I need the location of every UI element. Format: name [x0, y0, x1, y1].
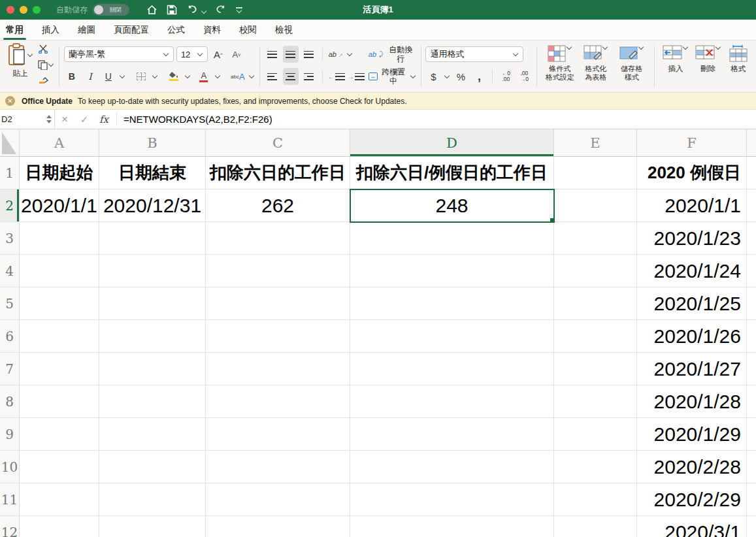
align-left-button[interactable] — [265, 68, 280, 85]
cell-E4[interactable] — [554, 255, 637, 287]
cell-B9[interactable] — [99, 418, 206, 451]
cell-B11[interactable] — [99, 483, 206, 516]
row-header-8[interactable]: 8 — [0, 385, 20, 418]
cell-B4[interactable] — [99, 255, 206, 287]
insert-cells-button[interactable]: 插入 — [659, 43, 692, 90]
underline-button[interactable]: U — [101, 68, 116, 85]
cell-F11[interactable]: 2020/2/29 — [637, 483, 747, 516]
column-header-C[interactable]: C — [206, 129, 350, 156]
tab-資料[interactable]: 資料 — [194, 20, 230, 40]
borders-button[interactable] — [133, 68, 149, 85]
decrease-indent-button[interactable]: ← — [328, 68, 345, 85]
cell-styles-button[interactable]: 儲存格樣式 — [614, 43, 649, 90]
cell-A4[interactable] — [20, 255, 99, 287]
cell-B2[interactable]: 2020/12/31 — [99, 189, 206, 222]
font-color-button[interactable]: A — [196, 68, 212, 85]
cell-D10[interactable] — [350, 451, 554, 483]
increase-indent-button[interactable]: → — [348, 68, 365, 85]
align-center-button[interactable] — [283, 68, 299, 85]
cell-F7[interactable]: 2020/1/27 — [637, 353, 747, 385]
column-header-F[interactable]: F — [637, 129, 747, 156]
cell-B1[interactable]: 日期結束 — [99, 157, 206, 189]
cell-A9[interactable] — [20, 418, 99, 451]
cell-F6[interactable]: 2020/1/26 — [637, 320, 747, 353]
wrap-text-button[interactable]: ab⤸ 自動換行 — [369, 43, 416, 65]
font-size-select[interactable]: 12 — [176, 46, 208, 62]
select-all-corner[interactable] — [0, 129, 20, 156]
format-as-table-button[interactable]: 格式化為表格 — [578, 43, 614, 90]
cell-C11[interactable] — [206, 483, 350, 516]
cell-F12[interactable]: 2020/3/1 — [637, 516, 747, 537]
font-color-chevron-icon[interactable] — [215, 73, 220, 78]
cell-D5[interactable] — [350, 287, 554, 320]
increase-decimal-button[interactable]: ←0.00 — [498, 68, 514, 85]
cell-E5[interactable] — [554, 287, 637, 320]
customize-toolbar-icon[interactable] — [236, 7, 242, 12]
home-icon[interactable] — [146, 5, 157, 15]
cell-A5[interactable] — [20, 287, 99, 320]
row-header-2[interactable]: 2 — [0, 189, 20, 222]
cell-D12[interactable] — [350, 516, 554, 537]
cell-F1[interactable]: 2020 例假日 — [637, 157, 747, 189]
tab-頁面配置[interactable]: 頁面配置 — [105, 20, 158, 40]
cell-C5[interactable] — [206, 287, 350, 320]
cell-B8[interactable] — [99, 385, 206, 418]
cell-D11[interactable] — [350, 483, 554, 516]
insert-function-icon[interactable]: fx — [94, 110, 114, 129]
bold-button[interactable]: B — [64, 68, 80, 85]
cell-D1[interactable]: 扣除六日/例假日的工作日 — [350, 157, 554, 189]
cell-C7[interactable] — [206, 353, 350, 385]
undo-menu-chevron-icon[interactable] — [201, 8, 206, 14]
cell-A7[interactable] — [20, 353, 99, 385]
conditional-formatting-button[interactable]: 條件式格式設定 — [542, 43, 578, 90]
cell-B12[interactable] — [99, 516, 206, 537]
cell-B3[interactable] — [99, 222, 206, 255]
row-header-3[interactable]: 3 — [0, 222, 20, 255]
autosave-toggle[interactable]: 關閉 — [93, 4, 129, 16]
redo-icon[interactable] — [215, 5, 227, 15]
save-icon[interactable] — [167, 5, 177, 15]
row-header-11[interactable]: 11 — [0, 483, 20, 516]
paste-button[interactable]: 貼上 — [5, 43, 35, 90]
cell-C10[interactable] — [206, 451, 350, 483]
tab-檢視[interactable]: 檢視 — [266, 20, 302, 40]
increase-font-size-button[interactable]: A^ — [210, 46, 226, 63]
cell-D9[interactable] — [350, 418, 554, 451]
cell-A3[interactable] — [20, 222, 99, 255]
name-box-stepper[interactable] — [46, 115, 52, 123]
cell-C6[interactable] — [206, 320, 350, 353]
close-window-button[interactable] — [7, 6, 14, 14]
font-name-select[interactable]: 蘭亭黑-繁 — [64, 46, 174, 62]
underline-menu-chevron-icon[interactable] — [120, 73, 125, 78]
row-header-7[interactable]: 7 — [0, 353, 20, 385]
cell-C2[interactable]: 262 — [206, 189, 350, 222]
currency-format-button[interactable]: $ — [425, 68, 441, 85]
column-header-E[interactable]: E — [554, 129, 637, 156]
cell-A10[interactable] — [20, 451, 99, 483]
fill-color-button[interactable] — [166, 68, 182, 85]
column-header-A[interactable]: A — [20, 129, 99, 156]
delete-cells-button[interactable]: 刪除 — [692, 43, 725, 90]
cell-D4[interactable] — [350, 255, 554, 287]
cell-A11[interactable] — [20, 483, 99, 516]
cell-E3[interactable] — [554, 222, 637, 255]
cancel-icon[interactable]: × — [55, 110, 74, 129]
cell-F9[interactable]: 2020/1/29 — [637, 418, 747, 451]
formula-input[interactable]: =NETWORKDAYS(A2,B2,F2:F26) — [120, 110, 272, 129]
cell-F3[interactable]: 2020/1/23 — [637, 222, 747, 255]
phonetic-menu-chevron-icon[interactable] — [249, 73, 254, 78]
cell-C12[interactable] — [206, 516, 350, 537]
row-header-1[interactable]: 1 — [0, 157, 20, 189]
cell-E12[interactable] — [554, 516, 637, 537]
cell-C1[interactable]: 扣除六日的工作日 — [206, 157, 350, 189]
cell-B6[interactable] — [99, 320, 206, 353]
align-middle-button[interactable] — [283, 46, 299, 63]
cell-C9[interactable] — [206, 418, 350, 451]
tab-常用[interactable]: 常用 — [0, 20, 33, 40]
decrease-font-size-button[interactable]: Av — [229, 46, 244, 63]
cell-E10[interactable] — [554, 451, 637, 483]
row-header-9[interactable]: 9 — [0, 418, 20, 451]
cell-F5[interactable]: 2020/1/25 — [637, 287, 747, 320]
orientation-button[interactable]: ab→ — [328, 46, 344, 63]
cell-E2[interactable] — [554, 189, 637, 222]
